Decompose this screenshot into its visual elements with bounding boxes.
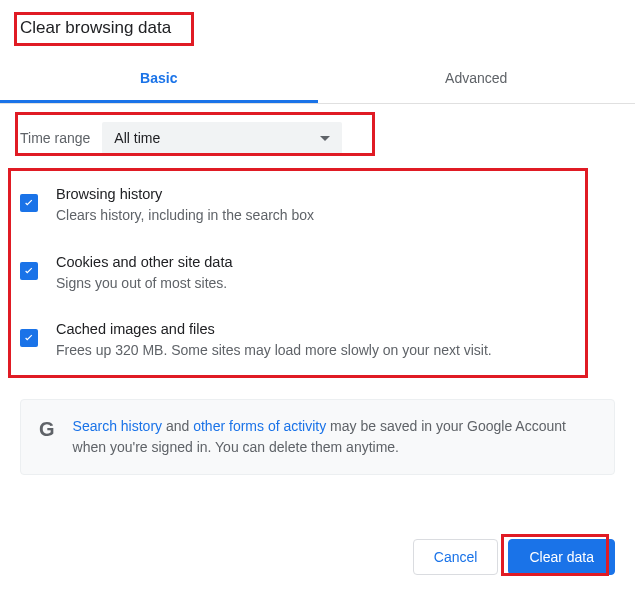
option-browsing-history: Browsing history Clears history, includi… (20, 172, 615, 240)
time-range-select[interactable]: All time (102, 122, 342, 154)
checkbox-browsing-history[interactable] (20, 194, 38, 212)
tab-basic[interactable]: Basic (0, 56, 318, 103)
dialog-footer: Cancel Clear data (413, 539, 615, 575)
tabs: Basic Advanced (0, 56, 635, 104)
time-range-value: All time (114, 130, 160, 146)
option-desc: Frees up 320 MB. Some sites may load mor… (56, 341, 615, 361)
option-cache: Cached images and files Frees up 320 MB.… (20, 307, 615, 375)
option-title: Browsing history (56, 186, 615, 202)
check-icon (22, 264, 36, 278)
option-title: Cached images and files (56, 321, 615, 337)
search-history-link[interactable]: Search history (73, 418, 162, 434)
google-icon: G (39, 418, 55, 441)
option-desc: Clears history, including in the search … (56, 206, 615, 226)
clear-browsing-data-dialog: Clear browsing data Basic Advanced Time … (0, 0, 635, 475)
other-activity-link[interactable]: other forms of activity (193, 418, 326, 434)
options-list: Browsing history Clears history, includi… (0, 162, 635, 385)
option-cookies: Cookies and other site data Signs you ou… (20, 240, 615, 308)
time-range-label: Time range (20, 130, 90, 146)
option-desc: Signs you out of most sites. (56, 274, 615, 294)
google-account-info: G Search history and other forms of acti… (20, 399, 615, 475)
chevron-down-icon (320, 136, 330, 141)
clear-data-button[interactable]: Clear data (508, 539, 615, 575)
info-text: Search history and other forms of activi… (73, 416, 596, 458)
checkbox-cache[interactable] (20, 329, 38, 347)
check-icon (22, 196, 36, 210)
time-range-row: Time range All time (20, 122, 615, 154)
option-title: Cookies and other site data (56, 254, 615, 270)
tab-advanced[interactable]: Advanced (318, 56, 636, 103)
check-icon (22, 331, 36, 345)
cancel-button[interactable]: Cancel (413, 539, 499, 575)
dialog-title: Clear browsing data (0, 0, 191, 50)
checkbox-cookies[interactable] (20, 262, 38, 280)
